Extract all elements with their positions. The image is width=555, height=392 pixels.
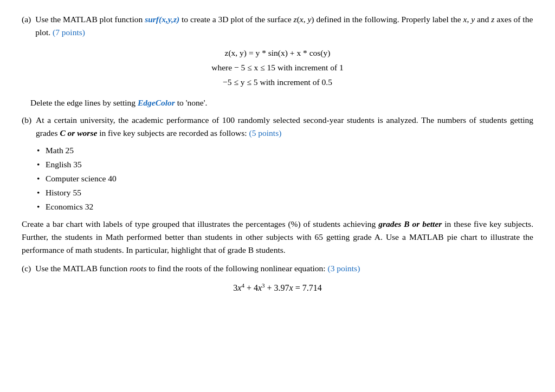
edge-color-line: Delete the edge lines by setting EdgeCol… (30, 96, 533, 109)
equation-line-2: where − 5 ≤ x ≤ 15 with increment of 1 (22, 61, 533, 74)
part-c-row: (c) Use the MATLAB function roots to fin… (22, 262, 533, 275)
part-a-intro: Use the MATLAB plot function (35, 15, 143, 24)
bar-text: Create a bar chart with labels of type g… (22, 219, 376, 228)
equation-block: z(x, y) = y * sin(x) + x * cos(y) where … (22, 47, 533, 89)
x-label: x (300, 15, 304, 24)
roots-function: roots (130, 264, 146, 273)
z-axis-label: z (491, 15, 494, 24)
part-c-text2: to find the roots of the following nonli… (149, 264, 325, 273)
and-text: and (477, 15, 491, 24)
part-c-label: (c) (22, 262, 31, 275)
part-b-section: (b) At a certain university, the academi… (22, 114, 533, 257)
edge-line1: Delete the edge lines by setting (30, 98, 135, 107)
list-item: English 35 (37, 158, 533, 171)
equation-line-3: −5 ≤ y ≤ 5 with increment of 0.5 (22, 76, 533, 89)
points-c: (3 points) (327, 264, 360, 273)
part-b-content: At a certain university, the academic pe… (36, 114, 533, 140)
surf-function-link[interactable]: surf(x,y,z) (145, 15, 179, 24)
final-equation: 3x4 + 4x3 + 3.97x = 7.714 (233, 283, 321, 292)
final-equation-block: 3x4 + 4x3 + 3.97x = 7.714 (22, 280, 533, 295)
part-c-text1: Use the MATLAB function (35, 264, 127, 273)
part-c-section: (c) Use the MATLAB function roots to fin… (22, 262, 533, 275)
part-a-label: (a) (22, 13, 31, 39)
grades-b-label: grades B or better (378, 219, 442, 228)
y-axis-label: y (471, 15, 475, 24)
points-a: (7 points) (53, 28, 85, 37)
bar-chart-paragraph: Create a bar chart with labels of type g… (22, 218, 533, 257)
subject-list: Math 25 English 35 Computer science 40 H… (37, 144, 533, 213)
points-b: (5 points) (249, 128, 282, 138)
part-b-label: (b) (22, 114, 31, 140)
part-a-content: Use the MATLAB plot function surf(x,y,z)… (35, 13, 533, 39)
part-a-intro3: defined in the following. Properly label… (316, 15, 463, 24)
part-b-row: (b) At a certain university, the academi… (22, 114, 533, 140)
part-a-intro2: to create a 3D plot of the surface (182, 15, 294, 24)
part-b-text2: in five key subjects are recorded as fol… (99, 128, 247, 138)
list-item: Computer science 40 (37, 172, 533, 185)
grade-c-label: C or worse (60, 128, 97, 138)
paren-close: ) (311, 15, 314, 24)
list-item: History 55 (37, 186, 533, 199)
part-c-content: Use the MATLAB function roots to find th… (35, 262, 360, 275)
list-item: Economics 32 (37, 200, 533, 213)
list-item: Math 25 (37, 144, 533, 157)
equation-line-1: z(x, y) = y * sin(x) + x * cos(y) (22, 47, 533, 60)
edge-color-link[interactable]: EdgeColor (138, 98, 175, 107)
part-a-section: (a) Use the MATLAB plot function surf(x,… (22, 13, 533, 39)
edge-line2: to 'none'. (177, 98, 208, 107)
